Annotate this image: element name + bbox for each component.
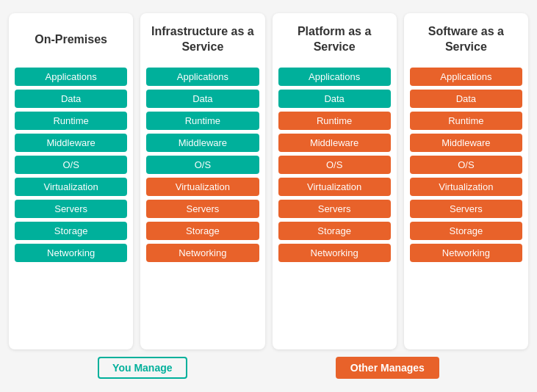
item-on-premises-3: Middleware — [15, 134, 127, 152]
item-paas-3: Middleware — [278, 134, 391, 152]
column-title-on-premises: On-Premises — [35, 21, 107, 59]
item-saas-2: Runtime — [410, 112, 522, 130]
items-iaas: ApplicationsDataRuntimeMiddlewareO/SVirt… — [146, 68, 259, 262]
item-on-premises-5: Virtualization — [15, 178, 127, 196]
items-paas: ApplicationsDataRuntimeMiddlewareO/SVirt… — [278, 68, 391, 262]
item-saas-0: Applications — [410, 68, 522, 86]
item-paas-8: Networking — [278, 244, 391, 262]
columns-row: On-PremisesApplicationsDataRuntimeMiddle… — [9, 13, 528, 349]
item-on-premises-4: O/S — [15, 156, 127, 174]
item-saas-1: Data — [410, 90, 522, 108]
column-title-iaas: Infrastructure as a Service — [146, 21, 259, 59]
item-saas-8: Networking — [410, 244, 522, 262]
item-iaas-3: Middleware — [146, 134, 259, 152]
main-container: On-PremisesApplicationsDataRuntimeMiddle… — [0, 0, 537, 392]
column-paas: Platform as a ServiceApplicationsDataRun… — [273, 13, 397, 349]
item-iaas-8: Networking — [146, 244, 259, 262]
legend-row: You Manage Other Manages — [9, 357, 528, 379]
you-manage-label: You Manage — [112, 362, 172, 374]
item-iaas-6: Servers — [146, 200, 259, 218]
item-paas-7: Storage — [278, 222, 391, 240]
item-paas-4: O/S — [278, 156, 391, 174]
item-paas-2: Runtime — [278, 112, 391, 130]
item-on-premises-6: Servers — [15, 200, 127, 218]
column-iaas: Infrastructure as a ServiceApplicationsD… — [140, 13, 264, 349]
item-on-premises-1: Data — [15, 90, 127, 108]
you-manage-legend: You Manage — [98, 357, 187, 379]
items-on-premises: ApplicationsDataRuntimeMiddlewareO/SVirt… — [15, 68, 127, 262]
item-on-premises-8: Networking — [15, 244, 127, 262]
item-iaas-1: Data — [146, 90, 259, 108]
item-saas-3: Middleware — [410, 134, 522, 152]
item-iaas-5: Virtualization — [146, 178, 259, 196]
column-on-premises: On-PremisesApplicationsDataRuntimeMiddle… — [9, 13, 133, 349]
item-saas-7: Storage — [410, 222, 522, 240]
item-on-premises-0: Applications — [15, 68, 127, 86]
other-manages-legend: Other Manages — [336, 357, 439, 379]
item-saas-4: O/S — [410, 156, 522, 174]
item-on-premises-2: Runtime — [15, 112, 127, 130]
item-paas-5: Virtualization — [278, 178, 391, 196]
item-saas-5: Virtualization — [410, 178, 522, 196]
item-paas-0: Applications — [278, 68, 391, 86]
column-saas: Software as a ServiceApplicationsDataRun… — [404, 13, 528, 349]
other-manages-label: Other Manages — [350, 362, 425, 374]
item-paas-1: Data — [278, 90, 391, 108]
column-title-paas: Platform as a Service — [278, 21, 391, 59]
item-iaas-4: O/S — [146, 156, 259, 174]
item-paas-6: Servers — [278, 200, 391, 218]
item-iaas-2: Runtime — [146, 112, 259, 130]
item-iaas-7: Storage — [146, 222, 259, 240]
column-title-saas: Software as a Service — [410, 21, 522, 59]
item-saas-6: Servers — [410, 200, 522, 218]
items-saas: ApplicationsDataRuntimeMiddlewareO/SVirt… — [410, 68, 522, 262]
item-iaas-0: Applications — [146, 68, 259, 86]
item-on-premises-7: Storage — [15, 222, 127, 240]
